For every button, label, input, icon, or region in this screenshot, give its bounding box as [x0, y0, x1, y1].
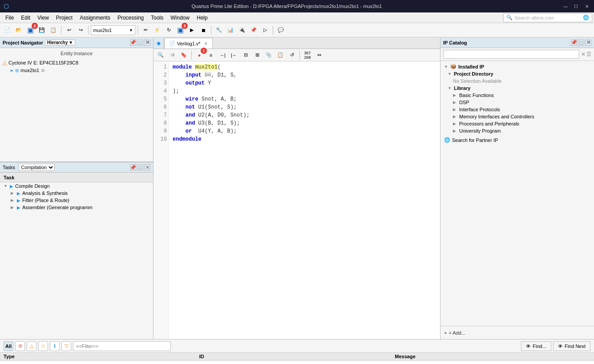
badge2-button[interactable]: ▣ 2 [25, 25, 36, 36]
menu-edit[interactable]: Edit [17, 14, 34, 22]
menu-processing[interactable]: Processing [114, 14, 147, 22]
stop-btn[interactable]: ⏹ [198, 25, 209, 36]
ip-search-clear[interactable]: ✕ [581, 51, 586, 57]
linenum-icon[interactable]: 367268 [302, 50, 313, 61]
template-icon[interactable]: 📋 [275, 50, 286, 61]
search-altera-box: 🔍 Search altera.com 🌐 [503, 13, 592, 22]
title-text: Quartus Prime Lite Edition - D:/FPGA Alt… [192, 4, 382, 9]
tab-close-icon[interactable]: ✕ [204, 41, 208, 46]
project-dir-header[interactable]: ▼ Project Directory [440, 70, 594, 77]
library-header[interactable]: ▼ Library [440, 85, 594, 92]
tasks-dropdown[interactable]: Compilation [19, 164, 55, 171]
editor-tab-verilog[interactable]: 📄 Verilog1.v* ✕ [164, 38, 213, 49]
msg-warning-filter[interactable]: △ [27, 341, 36, 351]
menu-view[interactable]: View [34, 14, 53, 22]
undo-button[interactable]: ↩ [64, 25, 74, 36]
compile-btn[interactable]: ▶ [186, 25, 197, 36]
menu-window[interactable]: Window [167, 14, 193, 22]
ip-search-options[interactable]: ☰ [586, 51, 591, 57]
line-numbers: 12345 678910 [154, 61, 169, 339]
rtl-btn3[interactable]: ↻ [163, 25, 174, 36]
ip-close[interactable]: ✕ [585, 40, 591, 46]
wave-btn[interactable]: 📊 [225, 25, 236, 36]
interface-protocols-item[interactable]: ▶ Interface Protocols [440, 106, 594, 113]
mux-tree-item[interactable]: ➤ ⊞ mux2to1 ⚙ [3, 67, 150, 74]
processors-item[interactable]: ▶ Processors and Peripherals [440, 120, 594, 127]
chip-tree-item[interactable]: △ Cyclone IV E: EP4CE115F29C8 [3, 59, 150, 67]
task-compile-design[interactable]: ▼ ▶ Compile Design [0, 182, 153, 190]
main-area: Project Navigator Hierarchy ▼ 📌 □ ✕ Enti… [0, 37, 594, 339]
rtl-btn2[interactable]: ⚡ [152, 25, 162, 36]
attach-icon[interactable]: 📎 [263, 50, 274, 61]
ip-search-bar: ✕ ☰ [440, 48, 594, 61]
compile-expand-icon: ▼ [4, 184, 8, 188]
mux-arrow: ➤ [10, 68, 13, 73]
msg-info-filter[interactable]: ⚠ [38, 341, 48, 351]
pin-btn[interactable]: 📌 [248, 25, 259, 36]
bookmark-icon[interactable]: 🔖 [178, 50, 189, 61]
entity-dropdown[interactable]: mux2to1 ▼ [91, 25, 135, 35]
indent-icon[interactable]: →| [217, 50, 228, 61]
tasks-close[interactable]: ✕ [144, 164, 150, 170]
ip-catalog-tree: ▼ 📦 Installed IP ▼ Project Directory No … [440, 61, 594, 326]
university-program-item[interactable]: ▶ University Program [440, 127, 594, 134]
find-icon[interactable]: 🔍 [155, 50, 166, 61]
open-button[interactable]: 📂 [13, 25, 24, 36]
toolbar-sep3 [137, 26, 138, 35]
editor-content: 12345 678910 module mux2to1( input D0, D… [154, 61, 440, 339]
msg-error-filter[interactable]: ⊘ [15, 341, 25, 351]
sim-btn[interactable]: ▷ [260, 25, 271, 36]
badge3-button[interactable]: ▣ 3 [175, 25, 186, 36]
task-analysis[interactable]: ▶ ▶ Analysis & Synthesis [0, 190, 153, 197]
new-button[interactable]: 📄 [2, 25, 12, 36]
dsp-item[interactable]: ▶ DSP [440, 99, 594, 106]
proj-nav-close[interactable]: ✕ [144, 40, 150, 46]
menu-help[interactable]: Help [193, 14, 211, 22]
task-fitter[interactable]: ▶ ▶ Fitter (Place & Route) [0, 197, 153, 204]
installed-ip-header[interactable]: ▼ 📦 Installed IP [440, 63, 594, 70]
hierarchy-dropdown[interactable]: Hierarchy ▼ [45, 40, 75, 45]
copy-button[interactable]: 📋 [48, 25, 59, 36]
redo-button[interactable]: ↪ [75, 25, 86, 36]
chip-btn[interactable]: 🔧 [214, 25, 224, 36]
ip-btn[interactable]: 🔌 [237, 25, 247, 36]
unfold-icon[interactable]: ⊞ [252, 50, 263, 61]
list-icon[interactable]: ≡ [206, 50, 216, 61]
fold-icon[interactable]: ⊟ [240, 50, 251, 61]
partner-ip-item[interactable]: 🌐 Search for Partner IP [440, 136, 594, 144]
menu-file[interactable]: File [2, 14, 17, 22]
ip-max[interactable]: □ [578, 40, 584, 46]
proj-nav-pin[interactable]: 📌 [130, 40, 136, 46]
ip-add-button[interactable]: + + Add... [444, 330, 465, 336]
ip-search-input[interactable] [443, 50, 579, 59]
message-filter-input[interactable] [73, 341, 171, 351]
rtl-btn1[interactable]: ✏ [140, 25, 151, 36]
msg-note-filter[interactable]: ℹ [50, 341, 60, 351]
proj-nav-max[interactable]: □ [137, 40, 143, 46]
tasks-pin[interactable]: 📌 [130, 164, 136, 170]
outdent-icon[interactable]: |← [229, 50, 239, 61]
memory-interfaces-item[interactable]: ▶ Memory Interfaces and Controllers [440, 113, 594, 120]
info-btn[interactable]: 💬 [275, 25, 286, 36]
close-button[interactable]: ✕ [583, 3, 590, 10]
goto-icon[interactable]: ⇉ [167, 50, 178, 61]
msg-funnel-icon[interactable]: ▽ [61, 341, 71, 351]
refresh-icon[interactable]: ↺ [287, 50, 297, 61]
find-button[interactable]: 👁 Find... [521, 341, 551, 351]
bottom-area: All ⊘ △ ⚠ ℹ ▽ 👁 Find... 👁 Find Next Type… [0, 339, 594, 364]
find-next-button[interactable]: 👁 Find Next [553, 341, 590, 351]
wrap-icon[interactable]: ⇔ [314, 50, 324, 61]
save-button[interactable]: 💾 [36, 25, 47, 36]
highlight-icon[interactable]: ● 1 [194, 50, 205, 61]
menu-tools[interactable]: Tools [147, 14, 167, 22]
tasks-max[interactable]: □ [137, 164, 143, 170]
minimize-button[interactable]: — [562, 3, 569, 10]
code-editor[interactable]: module mux2to1( input D0, D1, S, output … [169, 61, 440, 339]
basic-functions-item[interactable]: ▶ Basic Functions [440, 92, 594, 99]
msg-all-filter[interactable]: All [4, 341, 13, 351]
maximize-button[interactable]: ☐ [573, 3, 580, 10]
menu-assignments[interactable]: Assignments [76, 14, 114, 22]
task-assembler[interactable]: ▶ ▶ Assembler (Generate programm [0, 204, 153, 211]
menu-project[interactable]: Project [53, 14, 76, 22]
ip-pin[interactable]: 📌 [571, 40, 577, 46]
